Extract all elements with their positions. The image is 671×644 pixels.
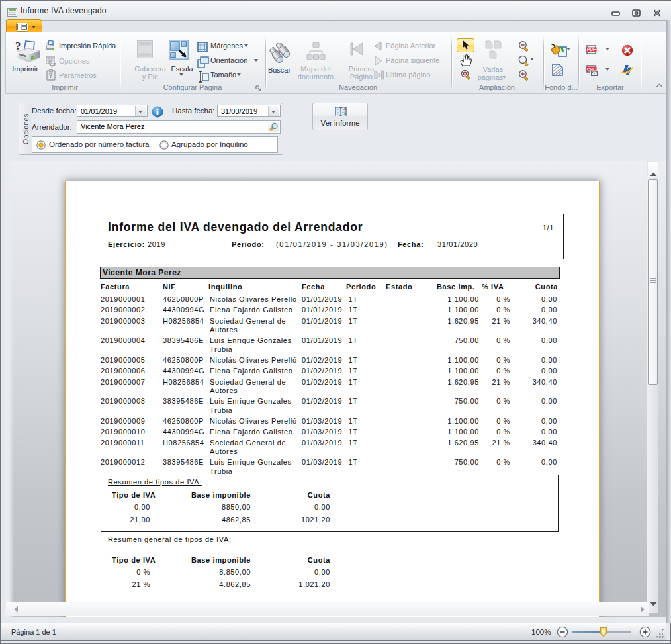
svg-text:?: ? xyxy=(15,40,21,52)
svg-text:?: ? xyxy=(49,72,53,79)
svg-text:PDF: PDF xyxy=(587,67,595,71)
svg-text:PDF: PDF xyxy=(587,47,596,52)
